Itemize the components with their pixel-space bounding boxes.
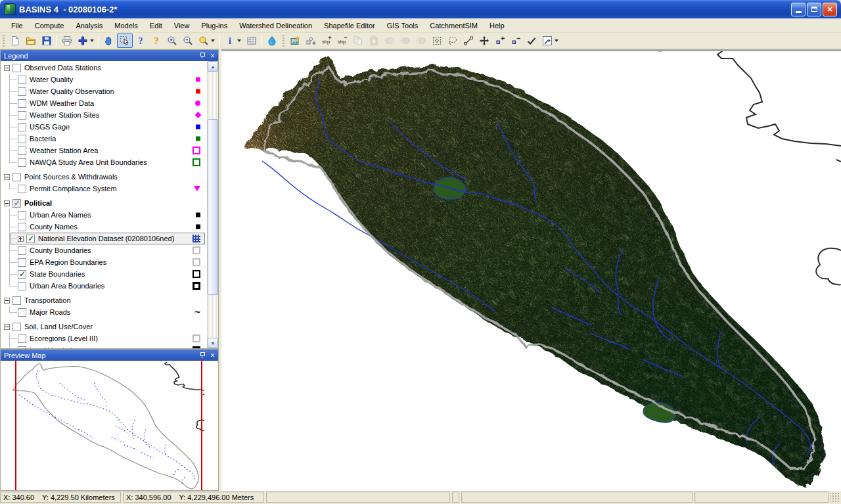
- legend-item-ecoregions-level-iii[interactable]: Ecoregions (Level III): [1, 332, 207, 344]
- toolbar-button-add-shape[interactable]: [303, 34, 319, 48]
- layer-label[interactable]: Major Roads: [30, 308, 73, 316]
- legend-item-major-roads[interactable]: Major Roads~: [1, 306, 207, 318]
- layer-label[interactable]: Point Sources & Withdrawals: [24, 173, 120, 181]
- layer-checkbox[interactable]: [18, 270, 26, 279]
- layer-label[interactable]: Political: [24, 199, 55, 207]
- toolbar-button-zoom-in[interactable]: [164, 34, 180, 48]
- layer-label[interactable]: County Boundaries: [30, 246, 94, 254]
- collapse-minus-icon[interactable]: [4, 324, 10, 330]
- toolbar-button-save-project[interactable]: [39, 34, 55, 48]
- layer-label[interactable]: Permit Compliance System: [30, 185, 120, 193]
- layer-checkbox[interactable]: [12, 199, 21, 208]
- layer-symbol-square[interactable]: [196, 78, 200, 82]
- layer-checkbox[interactable]: [18, 282, 26, 290]
- layer-label[interactable]: State Boundaries: [30, 270, 87, 278]
- legend-item-point-sources-withdrawals[interactable]: Point Sources & Withdrawals: [1, 171, 207, 183]
- legend-item-soil-land-use-cover[interactable]: Soil, Land Use/Cover: [1, 321, 207, 332]
- layer-checkbox[interactable]: [18, 158, 26, 167]
- toolbar-button-attribute-table[interactable]: [244, 34, 260, 48]
- restore-button[interactable]: [807, 3, 821, 16]
- preview-map-canvas[interactable]: [1, 361, 218, 490]
- pin-icon[interactable]: [199, 52, 206, 59]
- layer-label[interactable]: WDM Weather Data: [30, 99, 97, 107]
- layer-symbol-grid[interactable]: [193, 235, 200, 242]
- menu-file[interactable]: File: [5, 20, 29, 32]
- menu-shapefile-editor[interactable]: Shapefile Editor: [318, 20, 381, 32]
- legend-item-water-quality[interactable]: Water Quality: [1, 74, 207, 85]
- collapse-minus-icon[interactable]: [4, 200, 10, 206]
- menu-gis-tools[interactable]: GIS Tools: [381, 20, 424, 32]
- toolbar-button-add-vertex[interactable]: [492, 34, 508, 48]
- layer-checkbox[interactable]: [18, 123, 26, 131]
- layer-label[interactable]: NAWQA Study Area Unit Boundaries: [30, 158, 150, 166]
- legend-item-bacteria[interactable]: Bacteria: [1, 133, 207, 145]
- layer-label[interactable]: Water Quality Observation: [30, 87, 117, 95]
- legend-scrollbar[interactable]: ▲ ▼: [207, 61, 218, 348]
- legend-item-epa-region-boundaries[interactable]: EPA Region Boundaries: [1, 256, 207, 268]
- layer-checkbox[interactable]: [26, 235, 35, 243]
- toolbar-button-zoom-out[interactable]: [180, 34, 196, 48]
- collapse-minus-icon[interactable]: [4, 174, 10, 180]
- legend-item-state-boundaries[interactable]: State Boundaries: [1, 268, 207, 280]
- layer-label[interactable]: Ecoregions (Level III): [30, 334, 101, 342]
- menu-view[interactable]: View: [168, 20, 196, 32]
- layer-label[interactable]: USGS Gage: [30, 123, 72, 131]
- layer-checkbox[interactable]: [12, 173, 21, 181]
- expand-plus-icon[interactable]: [18, 236, 24, 242]
- panel-close-icon[interactable]: ×: [210, 352, 215, 359]
- layer-label[interactable]: Soil, Land Use/Cover: [24, 323, 95, 331]
- layer-symbol-square[interactable]: [196, 89, 200, 94]
- toolbar-button-pan-hand[interactable]: [101, 34, 117, 48]
- toolbar-button-new-project[interactable]: [7, 34, 23, 48]
- toolbar-grip[interactable]: [2, 35, 5, 47]
- toolbar-button-identify-orange[interactable]: ?: [148, 34, 164, 48]
- collapse-minus-icon[interactable]: [4, 298, 10, 304]
- legend-item-transportation[interactable]: Transportation: [1, 294, 207, 306]
- toolbar-button-snap-mode[interactable]: [539, 34, 561, 48]
- toolbar-button-water-drop[interactable]: [264, 34, 280, 48]
- layer-checkbox[interactable]: [18, 223, 26, 231]
- layer-checkbox[interactable]: [18, 258, 26, 267]
- title-bar[interactable]: BASINS 4 - 02080106-2* ✕: [0, 0, 841, 18]
- toolbar-button-select-arrow[interactable]: [117, 34, 133, 48]
- layer-symbol-square-open[interactable]: [193, 270, 200, 278]
- legend-item-nawqa-study-area-unit-boundaries[interactable]: NAWQA Study Area Unit Boundaries: [1, 156, 207, 168]
- toolbar-button-identify-blue[interactable]: ?: [133, 34, 148, 48]
- layer-label[interactable]: Weather Station Sites: [30, 111, 102, 119]
- toolbar-button-apply-edits[interactable]: [524, 34, 539, 48]
- layer-checkbox[interactable]: [18, 211, 26, 219]
- toolbar-button-zoom-selection[interactable]: [429, 34, 445, 48]
- layer-checkbox[interactable]: [18, 76, 26, 84]
- layer-symbol-square-open[interactable]: [193, 147, 200, 154]
- layer-symbol-square-open[interactable]: [193, 158, 200, 166]
- layer-label[interactable]: Weather Station Area: [30, 147, 101, 154]
- layer-checkbox[interactable]: [18, 147, 26, 155]
- toolbar-button-line-tool[interactable]: [461, 34, 476, 48]
- toolbar-grip[interactable]: [282, 35, 285, 47]
- legend-item-weather-station-area[interactable]: Weather Station Area: [1, 145, 207, 156]
- layer-label[interactable]: Transportation: [24, 296, 74, 304]
- legend-item-urban-area-names[interactable]: Urban Area Names: [1, 209, 207, 221]
- layer-label[interactable]: Bacteria: [30, 135, 58, 143]
- legend-item-weather-station-sites[interactable]: Weather Station Sites: [1, 109, 207, 121]
- legend-item-county-names[interactable]: County Names: [1, 221, 207, 233]
- layer-symbol-square[interactable]: [196, 125, 200, 129]
- layer-checkbox[interactable]: [18, 135, 26, 143]
- menu-plug-ins[interactable]: Plug-ins: [195, 20, 233, 32]
- legend-panel-header[interactable]: Legend ×: [1, 50, 218, 61]
- layer-symbol-diamond[interactable]: [196, 113, 200, 118]
- layer-checkbox[interactable]: [12, 323, 21, 331]
- layer-checkbox[interactable]: [18, 346, 26, 349]
- resize-grip[interactable]: [830, 492, 840, 503]
- preview-panel-header[interactable]: Preview Map ×: [1, 350, 218, 361]
- toolbar-button-lasso-select[interactable]: [445, 34, 461, 48]
- layer-label[interactable]: Water Quality: [30, 76, 76, 83]
- layer-checkbox[interactable]: [18, 87, 26, 96]
- layer-checkbox[interactable]: [18, 99, 26, 108]
- close-button[interactable]: ✕: [823, 3, 837, 16]
- legend-item-national-elevation-dataset-02080106ned[interactable]: National Elevation Dataset (02080106ned): [1, 233, 207, 244]
- menu-watershed-delineation[interactable]: Watershed Delineation: [233, 20, 318, 32]
- collapse-minus-icon[interactable]: [4, 65, 10, 71]
- layer-symbol-circle[interactable]: [195, 101, 200, 106]
- toolbar-button-add-layer[interactable]: [75, 34, 97, 48]
